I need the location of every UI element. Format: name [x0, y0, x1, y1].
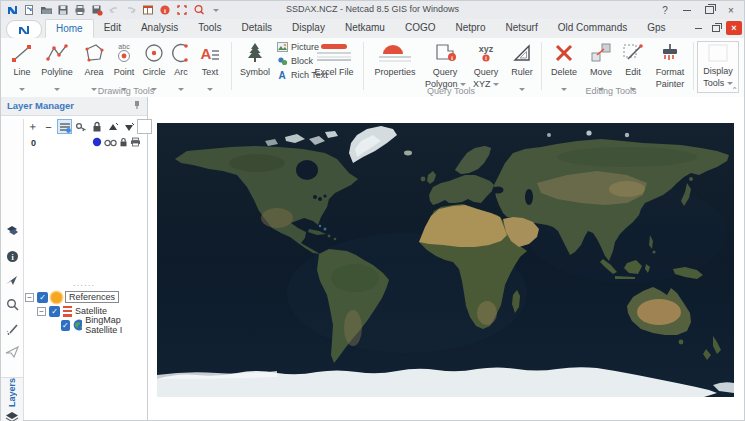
line-icon [7, 41, 37, 65]
printer-icon[interactable] [130, 137, 141, 147]
symbol-tool-button[interactable]: Symbol [237, 41, 273, 77]
ruler-button[interactable]: Ruler [507, 41, 537, 84]
point-tool-button[interactable]: abc Point [109, 41, 139, 84]
doc-restore-button[interactable] [708, 21, 724, 35]
drawing-tools-group-label: Drawing Tools [61, 86, 191, 96]
lock-icon[interactable] [119, 137, 128, 147]
arc-tool-button[interactable]: Arc [169, 41, 193, 84]
tree-row-bingmap[interactable]: ✓ BingMap Satellite I [25, 318, 145, 332]
tab-analysis[interactable]: Analysis [131, 19, 188, 38]
edit-button[interactable]: Edit [619, 41, 647, 84]
close-button[interactable]: × [720, 1, 742, 19]
tab-netpro[interactable]: Netpro [445, 19, 495, 38]
bingmap-label[interactable]: BingMap Satellite I [85, 315, 145, 335]
lock-icon [92, 121, 102, 133]
layer-row-0[interactable]: 0 [25, 137, 143, 150]
properties-icon [369, 41, 421, 65]
move-button[interactable]: Move [585, 41, 617, 84]
layer-down-button[interactable] [121, 119, 136, 134]
help-button[interactable]: ? [654, 1, 676, 19]
editing-tools-group-label: Editing Tools [561, 86, 661, 96]
picture-icon [277, 42, 288, 52]
ruler-icon [507, 41, 537, 65]
color-swatch-button[interactable] [137, 119, 152, 134]
tab-display[interactable]: Display [282, 19, 335, 38]
tab-edit[interactable]: Edit [94, 19, 131, 38]
properties-button[interactable]: Properties [369, 41, 421, 77]
query-xyz-icon: xyzi [469, 41, 503, 65]
line-tool-button[interactable]: Line [7, 41, 37, 84]
splitter-handle[interactable]: ······ [25, 283, 143, 289]
tab-tools[interactable]: Tools [188, 19, 231, 38]
map-viewport[interactable] [157, 123, 734, 397]
bingmap-checkbox[interactable]: ✓ [61, 320, 70, 331]
text-icon: A [195, 41, 225, 65]
format-painter-button[interactable]: Format Painter [649, 41, 691, 89]
area-tool-button[interactable]: Area [79, 41, 109, 84]
search-icon[interactable] [1, 293, 23, 315]
collapse-expander-icon[interactable]: − [37, 307, 46, 316]
tree-row-references[interactable]: − ✓ References [25, 290, 145, 304]
svg-text:A: A [201, 45, 212, 62]
send-flag-icon[interactable] [1, 269, 23, 291]
block-icon [277, 56, 288, 66]
tab-netsurf[interactable]: Netsurf [496, 19, 548, 38]
ribbon-body: Line Polyline Area abc Point Circle Arc … [1, 38, 744, 98]
query-polygon-button[interactable]: i Query Polygon [425, 41, 465, 89]
polyline-tool-button[interactable]: Polyline [37, 41, 77, 84]
layer-manager-header: Layer Manager [1, 97, 147, 116]
collapse-expander-icon[interactable]: − [25, 293, 34, 302]
doc-minimize-button[interactable] [690, 21, 706, 35]
layer-list-button[interactable] [57, 119, 72, 134]
text-tool-button[interactable]: A Text [195, 41, 225, 84]
delete-button[interactable]: Delete [547, 41, 581, 84]
layer-up-icon [107, 121, 119, 133]
references-label[interactable]: References [65, 291, 119, 303]
paper-plane-icon[interactable] [1, 341, 23, 363]
area-icon [79, 41, 109, 65]
display-tools-icon [698, 42, 738, 64]
lock-button[interactable] [89, 119, 104, 134]
remove-layer-button[interactable]: − [41, 119, 56, 134]
collapse-ribbon-chevron[interactable]: ⌃ [731, 86, 738, 95]
circle-icon [139, 41, 169, 65]
sketch-pen-icon[interactable] [1, 317, 23, 339]
key-lock-button[interactable] [73, 119, 88, 134]
svg-text:A: A [278, 70, 285, 80]
app-window: i SSDAX.NCZ - Netcad 8.5 GIS for Windows… [0, 0, 745, 421]
layers-diamond-icon [5, 411, 19, 421]
tab-cogo[interactable]: COGO [395, 19, 446, 38]
satellite-checkbox[interactable]: ✓ [49, 306, 60, 317]
color-dot-icon[interactable] [92, 137, 102, 147]
tab-home[interactable]: Home [45, 19, 94, 38]
layer-list-icon [59, 121, 71, 133]
circle-tool-button[interactable]: Circle [139, 41, 169, 84]
visibility-glasses-icon[interactable] [104, 138, 117, 147]
symbol-tree-icon [237, 41, 273, 65]
references-checkbox[interactable]: ✓ [37, 292, 48, 303]
tab-gps[interactable]: Gps [637, 19, 675, 38]
layer-manager-toolbar: ＋ − [25, 119, 152, 134]
minimize-button[interactable] [676, 1, 698, 19]
restore-button[interactable] [698, 1, 720, 19]
info-circle-icon[interactable]: i [1, 245, 23, 267]
layer-up-button[interactable] [105, 119, 120, 134]
arc-icon [169, 41, 193, 65]
pin-icon[interactable] [133, 100, 141, 110]
tab-netkamu[interactable]: Netkamu [335, 19, 395, 38]
polyline-icon [37, 41, 77, 65]
layer-name: 0 [31, 138, 36, 148]
tab-old-commands[interactable]: Old Commands [548, 19, 637, 38]
layer-tree: − ✓ References − ✓ Satellite ✓ BingMap S… [25, 290, 145, 332]
excel-file-button[interactable]: Excel File [311, 41, 357, 77]
doc-close-button[interactable]: × [726, 21, 742, 35]
app-menu-button[interactable] [6, 20, 42, 39]
tab-details[interactable]: Details [232, 19, 283, 38]
svg-text:xyz: xyz [479, 44, 494, 54]
layers-copy-icon[interactable] [1, 219, 23, 241]
layers-side-tab[interactable]: Layers [1, 377, 23, 421]
query-xyz-button[interactable]: xyzi Query XYZ [469, 41, 503, 89]
add-layer-button[interactable]: ＋ [25, 119, 40, 134]
block-button[interactable]: Block [277, 56, 313, 66]
globe-icon [73, 319, 83, 331]
